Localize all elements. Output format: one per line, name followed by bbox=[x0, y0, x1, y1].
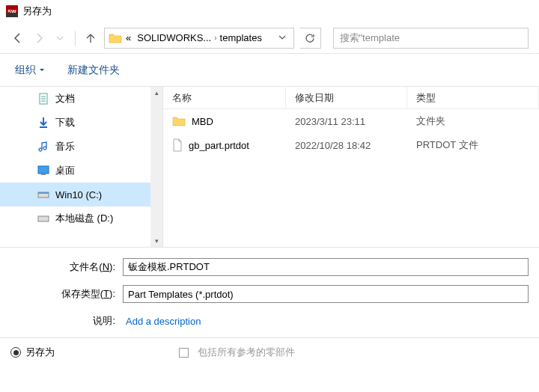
file-type: PRTDOT 文件 bbox=[407, 138, 539, 152]
savetype-select[interactable] bbox=[123, 285, 529, 303]
column-header-date[interactable]: 修改日期 bbox=[286, 87, 407, 108]
scroll-down-icon[interactable]: ▾ bbox=[150, 235, 162, 247]
sidebar-item-desktop[interactable]: 桌面 bbox=[0, 159, 162, 183]
path-box[interactable]: « SOLIDWORKS... › templates bbox=[104, 28, 294, 49]
new-folder-button[interactable]: 新建文件夹 bbox=[67, 64, 120, 77]
include-refs-label: 包括所有参考的零部件 bbox=[198, 346, 295, 359]
scroll-up-icon[interactable]: ▴ bbox=[150, 87, 162, 99]
filename-label: 文件名(N): bbox=[0, 260, 123, 274]
sidebar-item-downloads[interactable]: 下载 bbox=[0, 111, 162, 135]
folder-icon bbox=[172, 116, 186, 126]
forward-button[interactable] bbox=[31, 31, 46, 46]
document-icon bbox=[37, 93, 49, 105]
sidebar-item-music[interactable]: 音乐 bbox=[0, 135, 162, 159]
music-icon bbox=[37, 141, 49, 153]
save-as-label: 另存为 bbox=[25, 346, 55, 359]
sidebar-item-documents[interactable]: 文档 bbox=[0, 87, 162, 111]
app-icon: SW bbox=[6, 5, 18, 17]
sidebar-item-label: 桌面 bbox=[55, 164, 75, 177]
sidebar-item-label: Win10 (C:) bbox=[55, 189, 102, 200]
savetype-label: 保存类型(T): bbox=[0, 287, 123, 301]
description-label: 说明: bbox=[0, 314, 123, 328]
desktop-icon bbox=[37, 165, 49, 177]
file-date: 2023/3/11 23:11 bbox=[286, 116, 407, 127]
file-icon bbox=[172, 138, 183, 152]
path-parent[interactable]: SOLIDWORKS... bbox=[134, 32, 214, 43]
file-list: 名称 修改日期 类型 MBD 2023/3/11 23:11 文件夹 gb_pa… bbox=[163, 87, 539, 247]
sidebar: 文档 下载 音乐 桌面 Win10 (C:) 本地磁盘 (D:) ▴ ▾ bbox=[0, 87, 163, 247]
svg-rect-4 bbox=[38, 166, 49, 174]
download-icon bbox=[37, 117, 49, 129]
file-name: gb_part.prtdot bbox=[189, 140, 249, 151]
svg-rect-7 bbox=[38, 192, 49, 194]
file-type: 文件夹 bbox=[407, 114, 539, 128]
sidebar-item-label: 下载 bbox=[55, 116, 75, 129]
file-name: MBD bbox=[192, 116, 213, 127]
recent-dropdown[interactable] bbox=[52, 31, 67, 46]
up-button[interactable] bbox=[83, 31, 98, 46]
path-current[interactable]: templates bbox=[217, 32, 265, 43]
filename-input[interactable] bbox=[123, 258, 529, 276]
column-header-name[interactable]: 名称 bbox=[163, 87, 286, 108]
svg-rect-8 bbox=[38, 216, 49, 221]
sidebar-item-drive-c[interactable]: Win10 (C:) bbox=[0, 183, 162, 206]
window-title: 另存为 bbox=[22, 4, 52, 18]
drive-icon bbox=[37, 212, 49, 224]
save-as-radio[interactable] bbox=[10, 347, 21, 358]
add-description-link[interactable]: Add a description bbox=[123, 316, 201, 327]
chevron-down-icon bbox=[39, 67, 45, 73]
refresh-button[interactable] bbox=[300, 28, 321, 49]
path-dropdown[interactable] bbox=[274, 32, 290, 43]
include-refs-checkbox bbox=[179, 348, 189, 358]
drive-icon bbox=[37, 189, 49, 200]
file-date: 2022/10/28 18:42 bbox=[286, 140, 407, 151]
search-input[interactable]: 搜索"template bbox=[333, 28, 529, 49]
svg-rect-5 bbox=[41, 174, 46, 175]
column-header-type[interactable]: 类型 bbox=[407, 87, 539, 108]
file-row[interactable]: gb_part.prtdot 2022/10/28 18:42 PRTDOT 文… bbox=[163, 133, 539, 157]
folder-icon bbox=[108, 31, 123, 45]
sidebar-item-label: 本地磁盘 (D:) bbox=[55, 212, 113, 225]
sidebar-item-label: 音乐 bbox=[55, 140, 75, 153]
sidebar-item-label: 文档 bbox=[55, 92, 75, 105]
file-row[interactable]: MBD 2023/3/11 23:11 文件夹 bbox=[163, 109, 539, 133]
organize-menu[interactable]: 组织 bbox=[15, 64, 45, 77]
sidebar-scrollbar[interactable]: ▴ ▾ bbox=[150, 87, 162, 247]
sidebar-item-drive-d[interactable]: 本地磁盘 (D:) bbox=[0, 206, 162, 230]
separator bbox=[75, 31, 76, 46]
back-button[interactable] bbox=[10, 31, 25, 46]
file-header: 名称 修改日期 类型 bbox=[163, 87, 539, 109]
path-prefix: « bbox=[123, 32, 134, 43]
